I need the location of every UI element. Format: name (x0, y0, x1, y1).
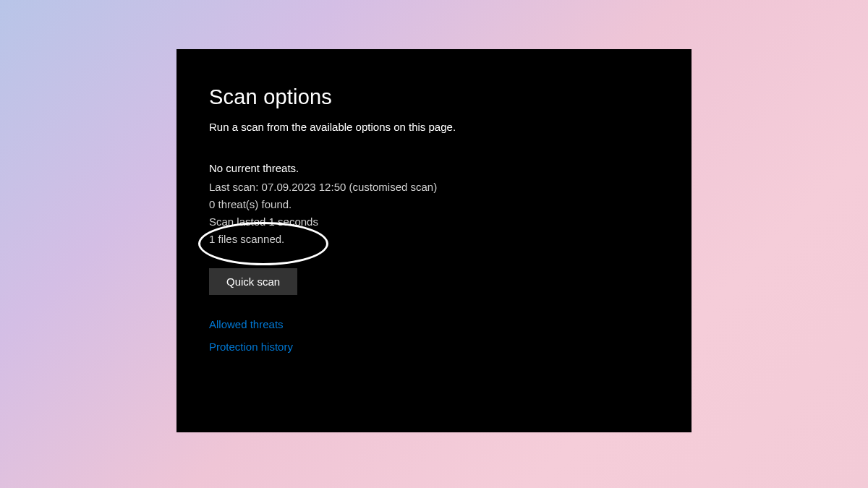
scan-options-panel: Scan options Run a scan from the availab… (176, 49, 692, 432)
page-title: Scan options (209, 85, 659, 109)
last-scan-info: Last scan: 07.09.2023 12:50 (customised … (209, 179, 659, 196)
page-subtitle: Run a scan from the available options on… (209, 121, 659, 133)
allowed-threats-link[interactable]: Allowed threats (209, 318, 659, 330)
protection-history-link[interactable]: Protection history (209, 341, 659, 353)
scan-duration: Scan lasted 1 seconds (209, 213, 659, 231)
files-scanned-count: 1 files scanned. (209, 231, 659, 248)
scan-status-block: No current threats. Last scan: 07.09.202… (209, 162, 659, 248)
quick-scan-button[interactable]: Quick scan (209, 268, 297, 295)
threat-status-heading: No current threats. (209, 162, 659, 174)
threats-found-count: 0 threat(s) found. (209, 196, 659, 213)
